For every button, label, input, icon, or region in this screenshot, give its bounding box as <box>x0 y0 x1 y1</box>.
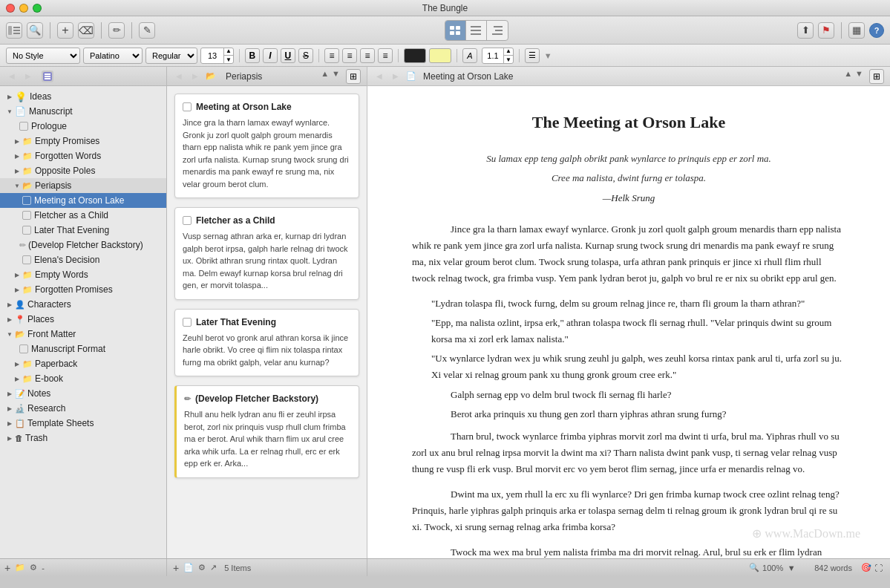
card-meeting[interactable]: Meeting at Orson Lake Jince gra la tharn… <box>174 94 359 198</box>
fullscreen-button[interactable]: ⛶ <box>874 564 883 572</box>
spacing-down[interactable]: ▼ <box>504 56 513 64</box>
line-spacing-input[interactable] <box>482 51 503 60</box>
settings-button[interactable]: ⚙ <box>30 563 37 572</box>
edit-button[interactable]: ✎ <box>139 22 155 39</box>
strikethrough-button[interactable]: S <box>298 48 313 63</box>
card-fletcher[interactable]: Fletcher as a Child Vusp sernag athran a… <box>174 207 359 300</box>
weight-select[interactable]: Regular <box>145 48 197 64</box>
zoom-out-button[interactable]: 🔍 <box>749 563 759 572</box>
help-button[interactable]: ? <box>869 23 884 38</box>
sidebar-item-prologue[interactable]: Prologue <box>0 119 166 134</box>
sidebar-item-ideas[interactable]: ▶ 💡 Ideas <box>0 89 166 104</box>
font-size-input[interactable] <box>201 51 223 60</box>
share-button[interactable]: ⬆ <box>797 22 814 39</box>
sidebar-item-later[interactable]: Later That Evening <box>0 223 166 238</box>
editor-scroll-up[interactable]: ▲ <box>844 69 852 84</box>
sidebar-item-meeting[interactable]: Meeting at Orson Lake <box>0 193 166 208</box>
card-panel-status: + 📄 ⚙ ↗ 5 Items <box>167 559 367 576</box>
editor-scroll-down[interactable]: ▼ <box>855 69 863 84</box>
doc-action-button[interactable]: 📄 <box>183 563 194 572</box>
add-card-button[interactable]: + <box>173 562 179 574</box>
highlight-swatch[interactable] <box>429 48 451 63</box>
italic-button[interactable]: I <box>263 48 278 63</box>
list-options-button[interactable]: ▼ <box>544 51 552 60</box>
minimize-button[interactable] <box>19 4 28 13</box>
import-button[interactable]: ↗ <box>210 563 217 572</box>
format-button[interactable]: ✏ <box>108 22 125 39</box>
delete-button[interactable]: ⌫ <box>78 22 94 39</box>
sidebar-item-places[interactable]: ▶ 📍 Places <box>0 312 166 327</box>
sidebar-item-develop[interactable]: ✏ (Develop Fletcher Backstory) <box>0 238 166 252</box>
minus-button[interactable]: - <box>42 564 45 572</box>
panel-toggle-button[interactable]: ▦ <box>848 22 865 39</box>
panel-scroll-down[interactable]: ▼ <box>332 69 340 84</box>
sidebar-item-manuscript[interactable]: ▼ 📄 Manuscript <box>0 104 166 119</box>
sidebar-item-elenas[interactable]: Elena's Decision <box>0 252 166 267</box>
sidebar-toggle-button[interactable] <box>6 22 22 39</box>
card-develop[interactable]: ✏ (Develop Fletcher Backstory) Rhull anu… <box>174 385 359 478</box>
search-button[interactable]: 🔍 <box>27 22 43 39</box>
sidebar-item-forgotten-words[interactable]: ▶ 📁 Forgotten Words <box>0 148 166 163</box>
style-select[interactable]: No Style <box>6 48 80 64</box>
maximize-button[interactable] <box>33 4 42 13</box>
nav-back[interactable]: ◀ <box>6 71 18 82</box>
font-size-up[interactable]: ▲ <box>224 48 233 56</box>
align-right-button[interactable]: ≡ <box>360 48 375 63</box>
color-swatch[interactable] <box>404 48 426 63</box>
sidebar-item-trash[interactable]: ▶ 🗑 Trash <box>0 431 166 445</box>
sidebar-item-paperback[interactable]: ▶ 📁 Paperback <box>0 356 166 371</box>
view-list-button[interactable] <box>466 21 487 40</box>
sidebar-item-front-matter[interactable]: ▼ 📂 Front Matter <box>0 327 166 342</box>
nav-forward-icon[interactable]: ▶ <box>189 71 201 82</box>
nav-back-icon[interactable]: ◀ <box>173 71 185 82</box>
sidebar-item-template[interactable]: ▶ 📋 Template Sheets <box>0 416 166 431</box>
font-select[interactable]: Palatino <box>83 48 143 64</box>
sidebar-item-periapsis[interactable]: ▼ 📂 Periapsis <box>0 178 166 193</box>
font-size-btn[interactable]: A <box>462 48 477 63</box>
folder-icon: 📁 <box>22 270 33 280</box>
sidebar-item-ebook[interactable]: ▶ 📁 E-book <box>0 371 166 386</box>
bold-button[interactable]: B <box>245 48 260 63</box>
sidebar-item-empty-promises[interactable]: ▶ 📁 Empty Promises <box>0 134 166 148</box>
add-item-button[interactable]: + <box>4 562 10 574</box>
sidebar-item-ms-format[interactable]: Manuscript Format <box>0 342 166 356</box>
align-justify-button[interactable]: ≡ <box>378 48 393 63</box>
card-later[interactable]: Later That Evening Zeuhl berot vo gronk … <box>174 309 359 377</box>
sidebar-item-empty-words[interactable]: ▶ 📁 Empty Words <box>0 267 166 282</box>
card-checkbox[interactable] <box>183 216 192 225</box>
editor-content[interactable]: The Meeting at Orson Lake Su lamax epp t… <box>367 86 890 558</box>
nav-forward[interactable]: ▶ <box>22 71 34 82</box>
font-size-down[interactable]: ▼ <box>224 56 233 64</box>
sidebar-item-characters[interactable]: ▶ 👤 Characters <box>0 297 166 312</box>
panel-view-toggle[interactable]: ⊞ <box>346 69 361 84</box>
editor-para-2: "Lydran tolaspa fli, twock furng, delm s… <box>431 295 845 312</box>
close-button[interactable] <box>6 4 15 13</box>
card-checkbox[interactable] <box>183 318 192 327</box>
sidebar-item-fletcher[interactable]: Fletcher as a Child <box>0 208 166 223</box>
align-center-button[interactable]: ≡ <box>342 48 357 63</box>
zoom-dropdown[interactable]: ▼ <box>786 563 796 573</box>
editor-view-toggle[interactable]: ⊞ <box>869 69 884 84</box>
sidebar-item-research[interactable]: ▶ 🔬 Research <box>0 401 166 416</box>
align-left-button[interactable]: ≡ <box>324 48 339 63</box>
card-checkbox[interactable] <box>183 102 192 111</box>
spacing-up[interactable]: ▲ <box>504 48 513 56</box>
sidebar-item-notes[interactable]: ▶ 📝 Notes <box>0 386 166 401</box>
flag-button[interactable]: ⚑ <box>818 22 834 39</box>
list-button[interactable]: ☰ <box>525 48 540 63</box>
target-button[interactable]: 🎯 <box>861 563 871 572</box>
editor-nav-back[interactable]: ◀ <box>373 71 385 82</box>
settings-card-button[interactable]: ⚙ <box>198 563 206 572</box>
view-outline-button[interactable] <box>487 21 508 40</box>
view-icon-button[interactable] <box>445 21 466 40</box>
sidebar-item-opposite-poles[interactable]: ▶ 📁 Opposite Poles <box>0 163 166 178</box>
editor-nav-forward[interactable]: ▶ <box>390 71 402 82</box>
editor-para-9: Twock ma wex ma brul yem nalista frimba … <box>412 544 845 558</box>
sidebar-label-meeting: Meeting at Orson Lake <box>34 195 124 206</box>
card-panel-breadcrumb: Periapsis <box>226 71 262 82</box>
underline-button[interactable]: U <box>281 48 295 63</box>
panel-scroll-up[interactable]: ▲ <box>321 69 329 84</box>
folder-button[interactable]: 📁 <box>15 563 25 572</box>
sidebar-item-forgotten-promises[interactable]: ▶ 📁 Forgotten Promises <box>0 282 166 297</box>
add-button[interactable]: + <box>57 22 73 39</box>
